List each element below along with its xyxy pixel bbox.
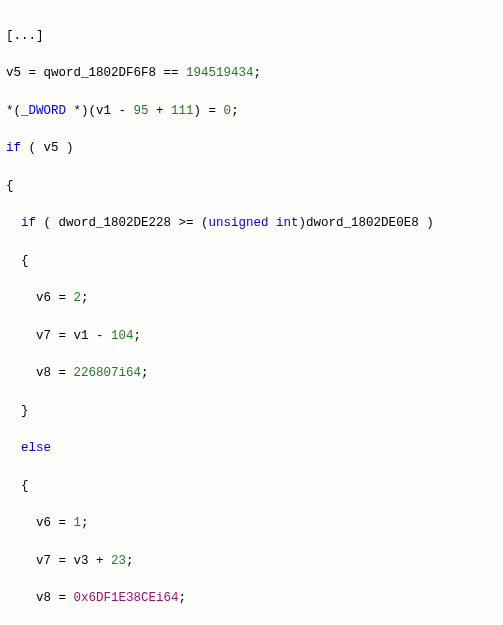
code-line: v7 = v3 + 23; <box>6 552 497 571</box>
code-line: { <box>6 252 497 271</box>
code-line: { <box>6 177 497 196</box>
code-line: v7 = v1 - 104; <box>6 327 497 346</box>
code-line: *(_DWORD *)(v1 - 95 + 111) = 0; <box>6 102 497 121</box>
code-line: v8 = 0x6DF1E38CEi64; <box>6 589 497 608</box>
ellipsis: [...] <box>6 29 44 43</box>
code-line: v6 = 1; <box>6 514 497 533</box>
code-line: { <box>6 477 497 496</box>
decompiled-code-block: [...] v5 = qword_1802DF6F8 == 194519434;… <box>6 8 497 625</box>
code-line: } <box>6 402 497 421</box>
code-line: [...] <box>6 27 497 46</box>
code-line: v6 = 2; <box>6 289 497 308</box>
code-line: if ( v5 ) <box>6 139 497 158</box>
code-line: if ( dword_1802DE228 >= (unsigned int)dw… <box>6 214 497 233</box>
code-line: v5 = qword_1802DF6F8 == 194519434; <box>6 64 497 83</box>
code-line: v8 = 226807i64; <box>6 364 497 383</box>
code-line: else <box>6 439 497 458</box>
